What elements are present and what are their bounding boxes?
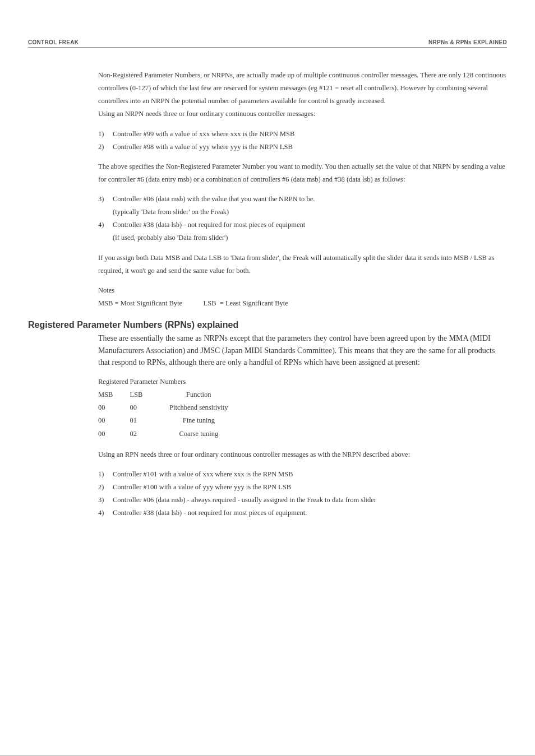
table-row: 00 01 Fine tuning <box>98 414 255 427</box>
paragraph-rpn-intro: These are essentially the same as NRPNs … <box>98 332 507 369</box>
list-item: 4)Controller #38 (data lsb) - not requir… <box>98 507 507 520</box>
table-row: 00 00 Pitchbend sensitivity <box>98 401 255 414</box>
paragraph-auto-split: If you assign both Data MSB and Data LSB… <box>98 252 507 277</box>
list-subtext: (if used, probably also 'Data from slide… <box>113 231 507 244</box>
list-item: 4)Controller #38 (data lsb) - not requir… <box>98 219 507 244</box>
paragraph-nrpn-value: The above specifies the Non-Registered P… <box>98 160 507 186</box>
paragraph-rpn-usage: Using an RPN needs three or four ordinar… <box>98 448 507 461</box>
list-item: 3)Controller #06 (data msb) - always req… <box>98 494 507 507</box>
header-right: NRPNs & RPNs EXPLAINED <box>428 39 507 45</box>
list-item: 1)Controller #101 with a value of xxx wh… <box>98 468 507 481</box>
list-subtext: (typically 'Data from slider' on the Fre… <box>113 206 507 219</box>
table-row: 00 02 Coarse tuning <box>98 428 255 440</box>
paragraph-nrpn-intro: Non-Registered Parameter Numbers, or NRP… <box>98 69 507 121</box>
list-rpn-steps: 1)Controller #101 with a value of xxx wh… <box>98 468 507 520</box>
section-heading-rpn: Registered Parameter Numbers (RPNs) expl… <box>28 320 507 330</box>
header-left: CONTROL FREAK <box>28 39 79 45</box>
list-nrpn-spec: 1)Controller #99 with a value of xxx whe… <box>98 128 507 154</box>
list-item: 3)Controller #06 (data msb) with the val… <box>98 193 507 219</box>
list-item: 2)Controller #100 with a value of yyy wh… <box>98 481 507 494</box>
notes-label: Notes <box>98 284 507 297</box>
list-item: 2)Controller #98 with a value of yyy whe… <box>98 141 507 154</box>
notes-definitions: MSB = Most Significant Byte LSB = Least … <box>98 297 507 310</box>
list-nrpn-value: 3)Controller #06 (data msb) with the val… <box>98 193 507 245</box>
list-item: 1)Controller #99 with a value of xxx whe… <box>98 128 507 141</box>
col-function: Function <box>159 388 255 401</box>
page-header: CONTROL FREAK NRPNs & RPNs EXPLAINED <box>28 39 507 48</box>
notes-block: Notes MSB = Most Significant Byte LSB = … <box>98 284 507 310</box>
table-header-row: MSB LSB Function <box>98 388 255 401</box>
col-msb: MSB <box>98 388 130 401</box>
rpn-table: MSB LSB Function 00 00 Pitchbend sensiti… <box>98 388 255 440</box>
rpn-table-title: Registered Parameter Numbers <box>98 375 507 388</box>
col-lsb: LSB <box>130 388 159 401</box>
